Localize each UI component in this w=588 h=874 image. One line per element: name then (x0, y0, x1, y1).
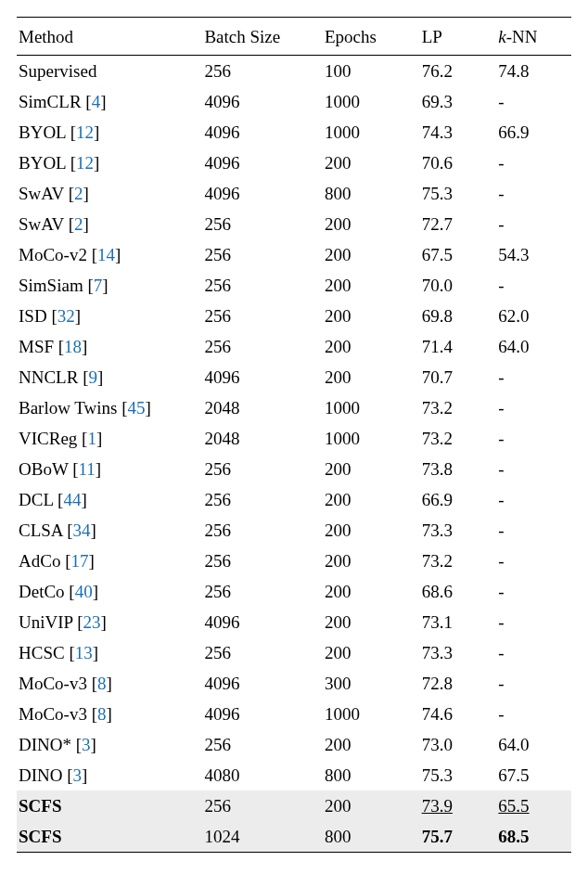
cell-epochs: 200 (319, 729, 416, 760)
citation-link[interactable]: 44 (63, 490, 81, 509)
method-name: MoCo-v3 (19, 674, 92, 693)
citation-link[interactable]: 2 (74, 184, 83, 203)
citation-link[interactable]: 34 (73, 521, 91, 540)
table-row: SCFS102480075.768.5 (17, 821, 571, 853)
cell-lp: 73.9 (416, 790, 493, 821)
cell-batch: 4096 (198, 362, 318, 392)
cell-knn: 64.0 (492, 729, 571, 760)
citation-link[interactable]: 18 (64, 337, 82, 356)
cell-epochs: 200 (319, 239, 416, 270)
method-name: BYOL (19, 153, 70, 173)
cell-batch: 256 (198, 576, 318, 607)
cell-knn: 66.9 (492, 117, 571, 148)
cell-knn: - (492, 546, 571, 576)
citation-link[interactable]: 32 (58, 306, 75, 326)
cell-knn: 62.0 (492, 301, 571, 331)
cell-lp: 75.3 (416, 760, 493, 790)
cell-epochs: 200 (319, 209, 416, 239)
cell-method: DINO* [3] (17, 729, 198, 760)
cell-epochs: 200 (319, 576, 416, 607)
method-name: SimCLR (19, 92, 85, 111)
cell-method: VICReg [1] (17, 423, 198, 454)
cell-knn: - (492, 270, 571, 301)
cell-batch: 4096 (198, 668, 318, 699)
table-row: NNCLR [9]409620070.7- (17, 362, 571, 392)
method-name: BYOL (19, 122, 70, 142)
cell-method: MoCo-v3 [8] (17, 668, 198, 699)
citation-link[interactable]: 7 (94, 276, 103, 295)
cell-lp: 73.3 (416, 637, 493, 668)
citation-link[interactable]: 4 (92, 92, 101, 111)
header-batch: Batch Size (198, 18, 318, 56)
cell-epochs: 200 (319, 301, 416, 331)
header-knn: k-NN (492, 18, 571, 56)
cell-lp: 74.6 (416, 699, 493, 729)
table-row: SimSiam [7]25620070.0- (17, 270, 571, 301)
table-row: SwAV [2]409680075.3- (17, 178, 571, 209)
cell-method: MoCo-v3 [8] (17, 699, 198, 729)
citation-link[interactable]: 3 (82, 735, 91, 754)
cell-method: SwAV [2] (17, 209, 198, 239)
cell-epochs: 200 (319, 637, 416, 668)
cell-method: ISD [32] (17, 301, 198, 331)
cell-lp: 68.6 (416, 576, 493, 607)
cell-method: SCFS (17, 790, 198, 821)
table-row: UniVIP [23]409620073.1- (17, 607, 571, 637)
citation-link[interactable]: 9 (88, 367, 97, 387)
cell-lp: 72.7 (416, 209, 493, 239)
cell-method: HCSC [13] (17, 637, 198, 668)
cell-epochs: 1000 (319, 392, 416, 423)
cell-knn: - (492, 148, 571, 178)
method-name: VICReg (19, 429, 82, 448)
cell-lp: 76.2 (416, 56, 493, 87)
cell-method: MoCo-v2 [14] (17, 239, 198, 270)
cell-lp: 73.2 (416, 423, 493, 454)
cell-lp: 69.8 (416, 301, 493, 331)
cell-method: BYOL [12] (17, 148, 198, 178)
citation-link[interactable]: 8 (97, 704, 107, 724)
cell-epochs: 200 (319, 546, 416, 576)
citation-link[interactable]: 40 (75, 582, 93, 601)
citation-link[interactable]: 23 (83, 612, 101, 632)
cell-lp: 74.3 (416, 117, 493, 148)
cell-knn: - (492, 454, 571, 484)
cell-epochs: 200 (319, 607, 416, 637)
cell-method: SimCLR [4] (17, 86, 198, 117)
citation-link[interactable]: 3 (73, 765, 83, 785)
results-table: Method Batch Size Epochs LP k-NN Supervi… (17, 17, 571, 853)
citation-link[interactable]: 14 (97, 245, 115, 264)
cell-method: BYOL [12] (17, 117, 198, 148)
method-name: SCFS (19, 796, 61, 816)
cell-batch: 1024 (198, 821, 318, 853)
cell-knn: - (492, 699, 571, 729)
cell-method: SwAV [2] (17, 178, 198, 209)
citation-link[interactable]: 12 (76, 122, 94, 142)
cell-epochs: 200 (319, 148, 416, 178)
citation-link[interactable]: 8 (97, 674, 107, 693)
cell-knn: 64.0 (492, 331, 571, 362)
table-row: ISD [32]25620069.862.0 (17, 301, 571, 331)
cell-epochs: 1000 (319, 699, 416, 729)
method-name: SimSiam (19, 276, 87, 295)
cell-knn: 74.8 (492, 56, 571, 87)
cell-batch: 4080 (198, 760, 318, 790)
cell-lp: 66.9 (416, 484, 493, 515)
citation-link[interactable]: 1 (87, 429, 96, 448)
cell-knn: 54.3 (492, 239, 571, 270)
method-name: SwAV (19, 184, 69, 203)
cell-batch: 256 (198, 515, 318, 546)
header-lp: LP (416, 18, 493, 56)
citation-link[interactable]: 11 (79, 459, 96, 479)
citation-link[interactable]: 13 (75, 643, 93, 662)
cell-method: SCFS (17, 821, 198, 853)
method-name: CLSA (19, 521, 67, 540)
citation-link[interactable]: 45 (128, 398, 146, 418)
cell-batch: 256 (198, 790, 318, 821)
cell-lp: 71.4 (416, 331, 493, 362)
table-row: MoCo-v2 [14]25620067.554.3 (17, 239, 571, 270)
cell-knn: - (492, 668, 571, 699)
citation-link[interactable]: 17 (70, 551, 88, 571)
citation-link[interactable]: 12 (76, 153, 94, 173)
citation-link[interactable]: 2 (74, 214, 83, 234)
cell-batch: 256 (198, 331, 318, 362)
